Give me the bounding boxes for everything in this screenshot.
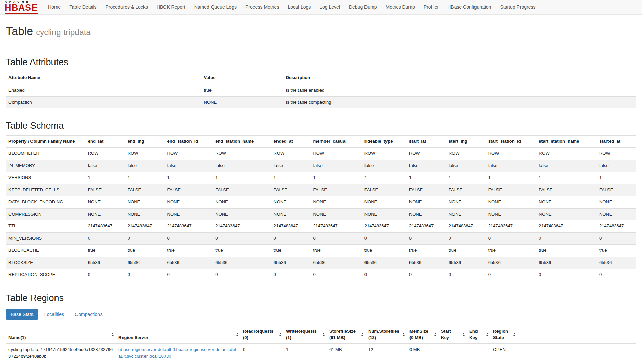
schema-value-keep-deleted-cells-end-lng: FALSE bbox=[125, 184, 164, 196]
schema-value-keep-deleted-cells-started-at: FALSE bbox=[597, 184, 636, 196]
schema-value-blocksize-ended-at: 65536 bbox=[271, 257, 310, 269]
schema-value-blocksize-started-at: 65536 bbox=[597, 257, 636, 269]
regions-filler-column-header bbox=[517, 325, 636, 344]
schema-family-end-lng: end_lng bbox=[125, 135, 164, 147]
tab-localities[interactable]: Localities bbox=[40, 309, 69, 320]
schema-value-data-block-encoding-started-at: NONE bbox=[597, 196, 636, 208]
schema-value-blocksize-start-station-name: 65536 bbox=[536, 257, 597, 269]
schema-value-versions-end-lat: 1 bbox=[85, 172, 125, 184]
schema-value-min-versions-started-at: 0 bbox=[597, 233, 636, 245]
attributes-section: Table Attributes Attribute NameValueDesc… bbox=[6, 57, 636, 108]
nav-item-table-details[interactable]: Table Details bbox=[65, 1, 101, 14]
schema-value-blocksize-rideable-type: 65536 bbox=[362, 257, 406, 269]
schema-family-rideable-type: rideable_type bbox=[362, 135, 406, 147]
attribute-value: true bbox=[201, 84, 283, 96]
schema-property-name: COMPRESSION bbox=[6, 208, 85, 220]
schema-value-data-block-encoding-end-lng: NONE bbox=[125, 196, 164, 208]
regions-column-header-readrequests-0[interactable]: ReadRequests (0) bbox=[240, 325, 283, 344]
nav-item-local-logs[interactable]: Local Logs bbox=[284, 1, 315, 14]
nav-item-profiler[interactable]: Profiler bbox=[419, 1, 443, 14]
schema-value-keep-deleted-cells-end-lat: FALSE bbox=[85, 184, 125, 196]
schema-value-compression-member-casual: NONE bbox=[310, 208, 361, 220]
schema-property-name: BLOCKCACHE bbox=[6, 245, 85, 257]
regions-column-header-start-key[interactable]: Start Key bbox=[438, 325, 467, 344]
nav-item-metrics-dump[interactable]: Metrics Dump bbox=[381, 1, 419, 14]
schema-value-bloomfilter-end-station-id: ROW bbox=[164, 147, 213, 160]
schema-value-blocksize-end-station-name: 65536 bbox=[213, 257, 271, 269]
schema-value-in-memory-member-casual: false bbox=[310, 160, 361, 172]
region-end-key bbox=[467, 344, 490, 362]
schema-value-replication-scope-end-lng: 0 bbox=[125, 269, 164, 281]
schema-value-bloomfilter-start-station-id: ROW bbox=[486, 147, 536, 160]
schema-value-compression-started-at: NONE bbox=[597, 208, 636, 220]
schema-value-data-block-encoding-member-casual: NONE bbox=[310, 196, 361, 208]
schema-value-keep-deleted-cells-start-station-id: FALSE bbox=[486, 184, 536, 196]
schema-value-min-versions-rideable-type: 0 bbox=[362, 233, 406, 245]
schema-family-start-station-id: start_station_id bbox=[486, 135, 536, 147]
schema-value-min-versions-end-station-name: 0 bbox=[213, 233, 271, 245]
hbase-logo[interactable]: A P A C H E HBASE bbox=[5, 0, 38, 14]
nav-item-named-queue-logs[interactable]: Named Queue Logs bbox=[190, 1, 241, 14]
schema-value-blockcache-end-station-id: true bbox=[164, 245, 213, 257]
schema-value-ttl-rideable-type: 2147483647 bbox=[362, 220, 406, 233]
region-server-cell: hbase-regionserver-default-0.hbase-regio… bbox=[116, 344, 240, 362]
schema-value-versions-end-station-id: 1 bbox=[164, 172, 213, 184]
column-label: Num.Storefiles (12) bbox=[368, 328, 404, 341]
column-header-attribute-name: Attribute Name bbox=[6, 72, 201, 84]
tab-compactions[interactable]: Compactions bbox=[70, 309, 107, 320]
schema-value-data-block-encoding-end-station-id: NONE bbox=[164, 196, 213, 208]
nav-item-log-level[interactable]: Log Level bbox=[315, 1, 345, 14]
schema-value-in-memory-end-station-id: false bbox=[164, 160, 213, 172]
column-label: Region State bbox=[493, 328, 515, 341]
regions-column-header-num-storefiles-12[interactable]: Num.Storefiles (12) bbox=[366, 325, 407, 344]
schema-value-compression-end-lng: NONE bbox=[125, 208, 164, 220]
regions-column-header-storefilesize-61-mb[interactable]: StorefileSize (61 MB) bbox=[327, 325, 366, 344]
nav-item-hbck-report[interactable]: HBCK Report bbox=[152, 1, 190, 14]
attribute-name: Compaction bbox=[6, 96, 201, 108]
table-row: IN_MEMORYfalsefalsefalsefalsefalsefalsef… bbox=[6, 160, 636, 172]
sort-icon bbox=[236, 333, 239, 336]
nav-item-hbase-configuration[interactable]: HBase Configuration bbox=[443, 1, 495, 14]
sort-icon bbox=[434, 333, 437, 336]
schema-value-bloomfilter-start-station-name: ROW bbox=[536, 147, 597, 160]
regions-column-header-end-key[interactable]: End Key bbox=[467, 325, 490, 344]
schema-header-row: Property \ Column Family Nameend_latend_… bbox=[6, 135, 636, 147]
schema-value-blocksize-end-lng: 65536 bbox=[125, 257, 164, 269]
sort-icon bbox=[486, 333, 489, 336]
region-storefile-size: 61 MB bbox=[327, 344, 366, 362]
title-divider bbox=[6, 45, 636, 45]
nav-item-home[interactable]: Home bbox=[44, 1, 65, 14]
tab-base-stats[interactable]: Base Stats bbox=[6, 309, 38, 320]
region-filler-cell bbox=[517, 344, 636, 362]
region-state: OPEN bbox=[490, 344, 517, 362]
schema-heading: Table Schema bbox=[6, 121, 636, 131]
table-row: CompactionNONEIs the table compacting bbox=[6, 96, 636, 108]
table-row: BLOCKSIZE6553665536655366553665536655366… bbox=[6, 257, 636, 269]
schema-value-bloomfilter-end-lng: ROW bbox=[125, 147, 164, 160]
table-row: BLOCKCACHEtruetruetruetruetruetruetruetr… bbox=[6, 245, 636, 257]
column-label: StorefileSize (61 MB) bbox=[329, 328, 363, 341]
nav-item-process-metrics[interactable]: Process Metrics bbox=[241, 1, 284, 14]
schema-value-bloomfilter-end-lat: ROW bbox=[85, 147, 125, 160]
schema-value-blocksize-start-station-id: 65536 bbox=[486, 257, 536, 269]
nav-item-startup-progress[interactable]: Startup Progress bbox=[495, 1, 540, 14]
schema-value-ttl-start-station-name: 2147483647 bbox=[536, 220, 597, 233]
regions-column-header-region-server[interactable]: Region Server bbox=[116, 325, 240, 344]
sort-icon bbox=[279, 333, 282, 336]
regions-column-header-writerequests-1[interactable]: WriteRequests (1) bbox=[283, 325, 327, 344]
schema-value-versions-start-station-name: 1 bbox=[536, 172, 597, 184]
schema-value-data-block-encoding-rideable-type: NONE bbox=[362, 196, 406, 208]
table-row: BLOOMFILTERROWROWROWROWROWROWROWROWROWRO… bbox=[6, 147, 636, 160]
schema-body: BLOOMFILTERROWROWROWROWROWROWROWROWROWRO… bbox=[6, 147, 636, 281]
nav-item-procedures-locks[interactable]: Procedures & Locks bbox=[101, 1, 152, 14]
schema-value-blocksize-end-station-id: 65536 bbox=[164, 257, 213, 269]
sort-icon bbox=[402, 333, 405, 336]
region-server-link[interactable]: hbase-regionserver-default-0.hbase-regio… bbox=[118, 347, 236, 359]
regions-column-header-name-1[interactable]: Name(1) bbox=[6, 325, 116, 344]
regions-column-header-region-state[interactable]: Region State bbox=[490, 325, 517, 344]
nav-item-debug-dump[interactable]: Debug Dump bbox=[345, 1, 381, 14]
region-write-requests: 1 bbox=[283, 344, 327, 362]
regions-column-header-memsize-0-mb[interactable]: MemSize (0 MB) bbox=[407, 325, 438, 344]
attribute-value: NONE bbox=[201, 96, 283, 108]
schema-value-min-versions-start-station-id: 0 bbox=[486, 233, 536, 245]
